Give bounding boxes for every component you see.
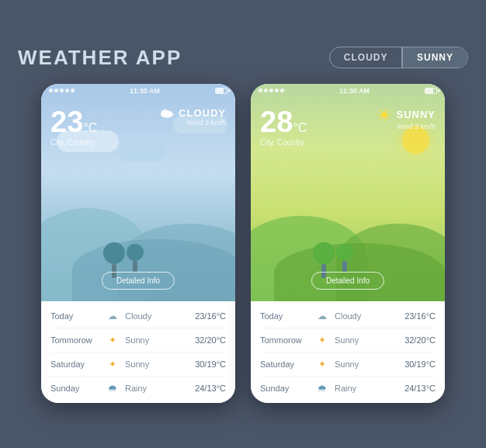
battery-icon — [215, 88, 227, 94]
tree-2 — [127, 244, 144, 272]
sunny-day-1: Today — [260, 311, 313, 321]
cloudy-wind: Wind 3 km/h — [159, 119, 226, 127]
cloudy-detail-btn[interactable]: Detailed Info — [102, 272, 175, 290]
sunny-tree-top-2 — [336, 244, 353, 261]
cloudy-temp: 23 — [50, 106, 83, 138]
dot5 — [71, 89, 75, 92]
condition-2: Sunny — [122, 335, 195, 345]
sun-condition-icon — [377, 107, 392, 123]
battery-fill — [216, 89, 224, 93]
cloudy-unit: °C — [83, 121, 97, 134]
sunny-wind: Wind 3 km/h — [377, 123, 436, 130]
s-dot2 — [264, 89, 268, 92]
sunny-day-4: Sunday — [260, 384, 313, 393]
s-dot1 — [259, 89, 262, 92]
tree-top-2 — [127, 244, 144, 261]
dot3 — [60, 89, 64, 92]
svg-line-9 — [388, 118, 390, 120]
forecast-row-4: Sunday 🌧 Rainy 24/13°C — [50, 377, 226, 400]
sunny-forecast-icon-4: 🌧 — [313, 383, 332, 394]
sunny-battery-icon — [425, 88, 437, 94]
tab-group[interactable]: CLOUDY SUNNY — [329, 47, 468, 68]
forecast-icon-1: ☁ — [103, 311, 122, 321]
svg-line-8 — [380, 110, 382, 112]
cloud-condition-icon — [159, 107, 175, 118]
temp-4: 24/13°C — [195, 384, 226, 393]
phone-sunny: 11:30 AM — [251, 84, 445, 403]
sunny-forecast-icon-1: ☁ — [313, 311, 332, 321]
sunny-temp-f-3: 30/19°C — [404, 359, 436, 369]
forecast-icon-2: ✦ — [103, 335, 122, 346]
tree-top-1 — [103, 242, 125, 264]
sunny-city: City, Country — [260, 138, 436, 147]
condition-block: CLOUDY Wind 3 km/h — [159, 107, 226, 127]
forecast-row-3: Saturday ✦ Sunny 30/19°C — [50, 352, 226, 377]
sunny-forecast-row-3: Saturday ✦ Sunny 30/19°C — [260, 352, 436, 377]
day-1: Today — [50, 311, 103, 321]
temp-block: 23°C — [50, 107, 97, 137]
signal-dots — [49, 89, 75, 92]
cloudy-condition-label: CLOUDY — [179, 107, 226, 119]
condition-3: Sunny — [122, 359, 195, 369]
sunny-temp: 28 — [260, 106, 293, 138]
cloudy-screen: 11:30 AM — [41, 84, 235, 301]
sunny-condition-label: SUNNY — [396, 109, 436, 120]
forecast-icon-4: 🌧 — [103, 383, 122, 394]
sunny-day-2: Tommorow — [260, 335, 313, 345]
temp-1: 23/16°C — [195, 311, 226, 321]
sunny-temp-f-2: 32/20°C — [404, 335, 436, 345]
sunny-detail-btn[interactable]: Detailed Info — [311, 272, 384, 290]
s-dot5 — [280, 89, 284, 92]
tab-cloudy[interactable]: CLOUDY — [330, 47, 402, 68]
sunny-forecast-row-4: Sunday 🌧 Rainy 24/13°C — [260, 377, 436, 400]
sunny-weather-info: 28°C — [251, 101, 445, 153]
sunny-tree-top-1 — [313, 242, 335, 264]
sunny-statusbar: 11:30 AM — [251, 84, 445, 98]
sunny-tree-trunk-2 — [342, 261, 347, 272]
svg-point-3 — [381, 111, 387, 117]
app-title: WEATHER APP — [18, 46, 182, 70]
dot2 — [54, 89, 58, 92]
condition-4: Rainy — [122, 384, 195, 393]
tab-sunny[interactable]: SUNNY — [403, 47, 467, 68]
sunny-condition-f-4: Rainy — [332, 384, 404, 393]
tree-trunk-2 — [133, 261, 137, 272]
sunny-forecast-icon-2: ✦ — [313, 335, 332, 346]
page-header: WEATHER APP CLOUDY SUNNY — [18, 46, 468, 70]
sunny-condition-block: SUNNY Wind 3 km/h — [377, 107, 436, 130]
sunny-forecast-row-1: Today ☁ Cloudy 23/16°C — [260, 304, 436, 328]
sunny-day-3: Saturday — [260, 359, 313, 369]
cloudy-weather-info: 23°C CLOUDY Wind 3 km/h — [41, 101, 235, 153]
sunny-temp-f-1: 23/16°C — [404, 311, 436, 321]
sunny-condition-f-1: Cloudy — [332, 311, 404, 321]
sunny-condition-f-3: Sunny — [332, 359, 404, 369]
forecast-icon-3: ✦ — [103, 359, 122, 370]
s-dot3 — [269, 89, 273, 92]
dot4 — [65, 89, 69, 92]
phones-container: 11:30 AM — [41, 84, 445, 403]
sunny-battery-fill — [425, 89, 433, 93]
day-4: Sunday — [50, 384, 103, 393]
phone-cloudy: 11:30 AM — [41, 84, 235, 403]
sunny-screen: 11:30 AM — [251, 84, 445, 301]
cloudy-condition-row: CLOUDY — [159, 107, 226, 119]
sunny-temp-condition-row: 28°C — [260, 107, 436, 137]
svg-line-10 — [380, 118, 382, 120]
forecast-row-2: Tommorow ✦ Sunny 32/20°C — [50, 328, 226, 352]
sunny-condition-row: SUNNY — [377, 107, 436, 123]
temp-condition-row: 23°C CLOUDY Wind 3 km/h — [50, 107, 226, 137]
cloudy-forecast-list: Today ☁ Cloudy 23/16°C Tommorow ✦ Sunny … — [41, 301, 235, 403]
s-dot4 — [275, 89, 279, 92]
temp-2: 32/20°C — [195, 335, 226, 345]
sunny-temp-f-4: 24/13°C — [404, 384, 436, 393]
svg-line-11 — [388, 110, 390, 112]
cloudy-statusbar: 11:30 AM — [41, 84, 235, 98]
cloudy-city: City, Country — [50, 138, 226, 147]
condition-1: Cloudy — [122, 311, 195, 321]
sunny-condition-f-2: Sunny — [332, 335, 404, 345]
svg-point-2 — [165, 111, 172, 117]
forecast-row-1: Today ☁ Cloudy 23/16°C — [50, 304, 226, 328]
sunny-forecast-icon-3: ✦ — [313, 359, 332, 370]
sunny-tree-2 — [336, 244, 353, 272]
sunny-time: 11:30 AM — [339, 87, 370, 95]
